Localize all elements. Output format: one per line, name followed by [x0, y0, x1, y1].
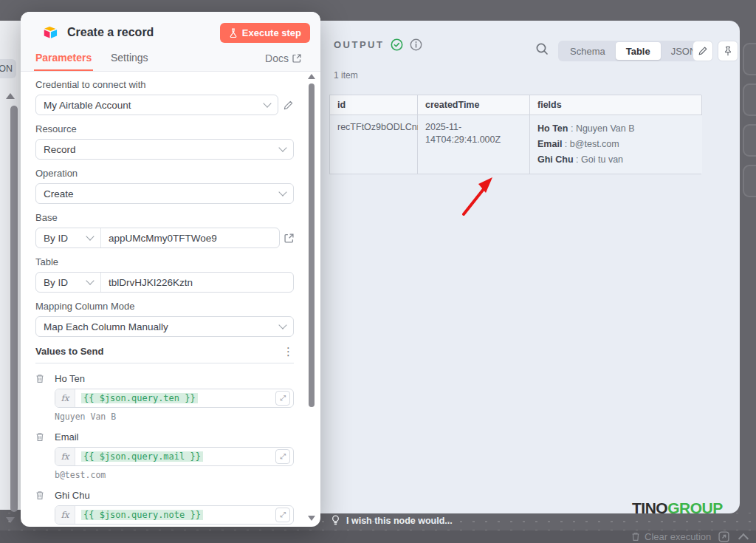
base-field: By ID appUMcMmy0TFTWoe9	[35, 228, 280, 248]
cell-fields: Ho Ten : Nguyen Van B Email : b@test.com…	[530, 115, 702, 174]
base-id-input[interactable]: appUMcMmy0TFTWoe9	[101, 228, 279, 247]
parameters-form: Credential to connect with My Airtable A…	[21, 72, 320, 527]
delete-value-icon[interactable]	[35, 491, 44, 500]
divider	[35, 363, 294, 363]
column-header-fields: fields	[530, 95, 702, 115]
airtable-node-icon	[43, 26, 58, 39]
value-item: Ghi Chu fx {{ $json.query.note }} ⤢	[35, 490, 294, 525]
output-panel-title: OUTPUT	[334, 39, 384, 50]
column-header-id: id	[330, 95, 418, 115]
node-feedback-link[interactable]: I wish this node would...	[331, 515, 453, 526]
base-label: Base	[35, 212, 294, 223]
output-view-switcher: Schema Table JSON	[558, 41, 708, 61]
edit-output-button[interactable]	[693, 41, 713, 61]
lightbulb-icon	[331, 515, 340, 526]
chevron-down-icon	[278, 321, 286, 329]
expression-result: b@test.com	[55, 470, 294, 480]
output-panel: OUTPUT Schema Table JSON 1 item id creat…	[320, 21, 740, 513]
value-name: Ghi Chu	[55, 490, 294, 501]
search-icon[interactable]	[535, 42, 549, 56]
open-expression-editor-icon[interactable]: ⤢	[275, 508, 290, 522]
page-scrollbar-thumb[interactable]	[10, 106, 18, 512]
canvas-edge-button	[743, 83, 756, 116]
pin-data-button[interactable]	[718, 41, 738, 61]
expression-input[interactable]: fx {{ $json.query.note }} ⤢	[55, 505, 294, 525]
output-table: id createdTime fields recTFtOz9bODLCnns …	[329, 95, 701, 174]
values-to-send-label: Values to Send	[35, 346, 103, 357]
delete-value-icon[interactable]	[35, 432, 44, 442]
tino-group-watermark: TINOGROUP	[632, 499, 723, 517]
operation-label: Operation	[35, 168, 294, 179]
trash-icon	[631, 532, 640, 542]
value-item: Email fx {{ $json.query.mail }} ⤢ b@test…	[35, 431, 294, 480]
chevron-down-icon	[278, 188, 286, 196]
field-line: Ho Ten : Nguyen Van B	[537, 121, 695, 137]
operation-select[interactable]: Create	[35, 183, 294, 204]
tab-settings[interactable]: Settings	[111, 52, 148, 64]
chevron-down-icon	[86, 276, 94, 284]
tab-parameters[interactable]: Parameters	[35, 52, 92, 64]
cell-id: recTFtOz9bODLCnns	[330, 115, 418, 174]
chevron-down-icon	[86, 232, 94, 240]
node-detail-card: Create a record Execute step Parameters …	[21, 12, 320, 527]
table-id-input[interactable]: tblDrvHJKI226Kztn	[101, 273, 293, 292]
delete-value-icon[interactable]	[35, 374, 44, 383]
execute-step-button[interactable]: Execute step	[220, 23, 310, 43]
docs-link[interactable]: Docs	[265, 52, 301, 64]
info-icon[interactable]	[410, 38, 422, 51]
open-expression-editor-icon[interactable]: ⤢	[275, 391, 290, 406]
chevron-down-icon	[263, 99, 271, 107]
item-count: 1 item	[334, 70, 358, 81]
edit-credential-icon[interactable]	[283, 100, 294, 111]
clear-execution-button[interactable]: Clear execution	[631, 531, 711, 542]
credential-label: Credential to connect with	[35, 79, 294, 90]
open-expression-editor-icon[interactable]: ⤢	[275, 449, 290, 464]
credential-select[interactable]: My Airtable Account	[35, 95, 278, 115]
flask-icon	[229, 28, 238, 38]
success-check-icon	[391, 38, 403, 51]
cut-off-json-tab[interactable]: ON	[0, 59, 16, 78]
resource-label: Resource	[35, 123, 294, 134]
mapping-mode-label: Mapping Column Mode	[35, 301, 294, 312]
fx-badge: fx	[55, 389, 75, 407]
external-link-icon	[292, 54, 301, 63]
background-page-strip: ON	[0, 21, 21, 510]
canvas-edge-button	[743, 124, 756, 157]
table-field: By ID tblDrvHJKI226Kztn	[35, 272, 294, 293]
mapping-mode-select[interactable]: Map Each Column Manually	[35, 316, 294, 337]
table-mode-select[interactable]: By ID	[36, 273, 101, 292]
kebab-menu-icon[interactable]: ⋮	[283, 348, 294, 355]
canvas-edge-button	[743, 43, 756, 75]
field-line: Email : b@test.com	[537, 137, 695, 152]
base-mode-select[interactable]: By ID	[36, 228, 101, 247]
fx-badge: fx	[55, 448, 75, 465]
resource-select[interactable]: Record	[35, 139, 294, 160]
value-item: Ho Ten fx {{ $json.query.ten }} ⤢ Nguyen…	[35, 373, 294, 422]
card-scroll-up-arrow[interactable]	[308, 74, 315, 79]
chevron-down-icon	[278, 143, 286, 151]
open-base-external-icon[interactable]	[284, 233, 294, 243]
expression-input[interactable]: fx {{ $json.query.ten }} ⤢	[55, 389, 294, 408]
expression-result: Nguyen Van B	[55, 411, 294, 422]
value-name: Ho Ten	[55, 373, 294, 384]
tab-table[interactable]: Table	[616, 42, 661, 60]
card-header: Create a record Execute step Parameters …	[21, 12, 320, 72]
column-header-createdtime: createdTime	[418, 95, 530, 115]
scroll-up-arrow[interactable]	[6, 93, 15, 99]
expression-input[interactable]: fx {{ $json.query.mail }} ⤢	[55, 447, 294, 466]
canvas-edge-button	[743, 165, 756, 197]
node-title: Create a record	[67, 26, 154, 39]
fx-badge: fx	[55, 506, 75, 524]
card-scroll-down-arrow[interactable]	[308, 516, 315, 521]
cell-createdtime: 2025-11-14T04:29:41.000Z	[418, 115, 530, 174]
tab-schema[interactable]: Schema	[560, 42, 616, 60]
pop-out-icon[interactable]	[718, 531, 729, 542]
value-name: Email	[55, 431, 294, 443]
card-scrollbar-thumb[interactable]	[309, 83, 315, 407]
table-label: Table	[35, 256, 294, 267]
field-line: Ghi Chu : Goi tu van	[537, 152, 695, 168]
